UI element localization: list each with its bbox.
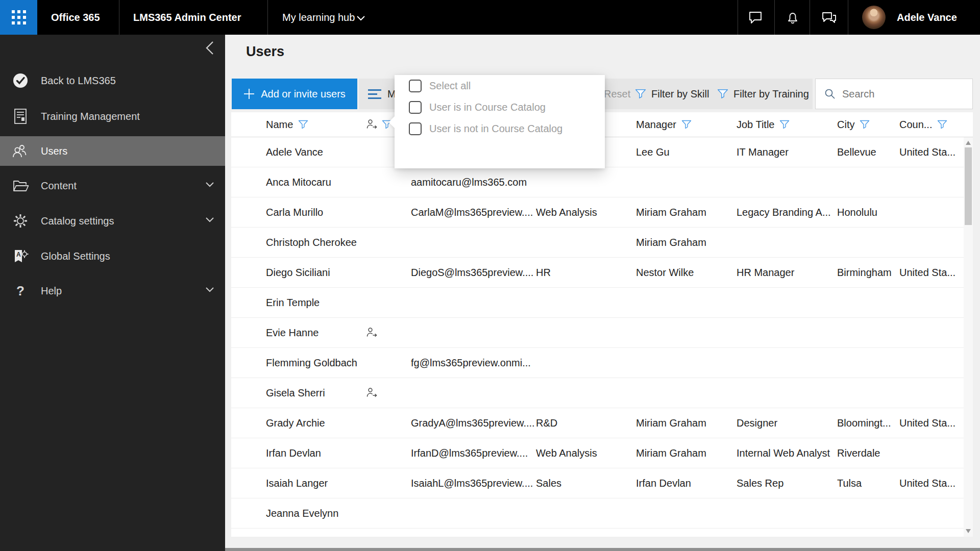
divider <box>119 0 119 35</box>
column-header-job-title[interactable]: Job Title <box>735 119 836 131</box>
chevron-down-icon <box>206 217 214 223</box>
chevron-down-icon[interactable] <box>356 15 365 21</box>
sidebar-item-catalog-settings[interactable]: Catalog settings <box>0 206 225 236</box>
plus-icon <box>243 88 255 99</box>
filter-funnel-icon <box>635 89 646 99</box>
chat-icon[interactable] <box>746 8 765 27</box>
sidebar-item-help[interactable]: ? Help <box>0 276 225 306</box>
chevron-down-icon <box>206 287 214 293</box>
brand-admin-center[interactable]: LMS365 Admin Center <box>133 0 241 35</box>
table-row[interactable]: Flemming Goldbach fg@lms365preview.onmi.… <box>231 348 973 378</box>
check-circle-icon <box>11 71 30 90</box>
table-row[interactable]: Evie Hanne <box>231 318 973 348</box>
table-row[interactable]: Anca Mitocaru aamitocaru@lms365.com <box>231 167 973 197</box>
sidebar-item-label: Catalog settings <box>41 215 114 227</box>
page-title: Users <box>246 44 284 60</box>
app-launcher-button[interactable] <box>0 0 37 35</box>
sidebar-item-users[interactable]: Users <box>0 136 225 166</box>
divider <box>774 0 775 35</box>
waffle-icon <box>12 10 26 24</box>
collapse-sidebar-icon[interactable] <box>203 40 217 56</box>
table-row[interactable]: Erin Temple <box>231 288 973 318</box>
filter-by-training-button[interactable]: Filter by Training <box>717 79 809 109</box>
gear-icon <box>11 212 30 230</box>
filter-funnel-icon[interactable] <box>298 120 308 129</box>
reset-button[interactable]: Reset <box>604 79 630 109</box>
checkbox[interactable] <box>409 101 422 114</box>
column-header-country[interactable]: Coun... <box>898 119 973 131</box>
feedback-icon[interactable] <box>820 8 838 27</box>
person-arrow-icon <box>365 387 379 398</box>
divider <box>738 0 738 35</box>
scrollbar-thumb[interactable] <box>965 147 972 225</box>
table-row[interactable]: Carla Murillo CarlaM@lms365preview....We… <box>231 197 973 228</box>
user-name[interactable]: Adele Vance <box>897 0 957 35</box>
document-lines-icon <box>11 107 30 126</box>
filter-funnel-icon[interactable] <box>681 120 692 129</box>
person-arrow-icon <box>365 119 379 130</box>
filter-by-skill-button[interactable]: Filter by Skill <box>635 79 709 109</box>
filter-option-not-in-course-catalog[interactable]: User is not in Course Catalog <box>395 118 605 139</box>
filter-funnel-icon[interactable] <box>779 120 790 129</box>
sidebar-item-global-settings[interactable]: A Global Settings <box>0 241 225 271</box>
sidebar-item-label: Training Management <box>41 111 140 122</box>
sidebar-item-label: Global Settings <box>41 251 110 262</box>
column-header-name[interactable]: Name <box>231 119 365 131</box>
filter-funnel-icon[interactable] <box>860 120 870 129</box>
brand-office365[interactable]: Office 365 <box>51 0 100 35</box>
question-mark-icon: ? <box>11 282 30 300</box>
sidebar-item-training-management[interactable]: Training Management <box>0 102 225 131</box>
folder-open-icon <box>11 177 30 195</box>
search-input[interactable] <box>842 88 965 100</box>
search-icon <box>824 88 836 100</box>
sidebar-item-label: Users <box>41 145 67 157</box>
user-avatar[interactable] <box>862 6 886 29</box>
bell-icon[interactable] <box>783 8 802 27</box>
svg-text:A: A <box>16 251 21 258</box>
table-row[interactable]: Grady Archie GradyA@lms365preview....R&D… <box>231 408 973 438</box>
search-box <box>815 79 973 109</box>
chevron-down-icon <box>206 182 214 188</box>
hub-menu[interactable]: My learning hub <box>282 0 355 35</box>
person-arrow-icon <box>365 327 379 338</box>
sidebar-item-content[interactable]: Content <box>0 171 225 201</box>
checkbox[interactable] <box>409 80 422 92</box>
scroll-down-arrow-icon[interactable] <box>966 529 971 533</box>
filter-funnel-icon <box>717 89 728 99</box>
column-header-manager[interactable]: Manager <box>634 119 735 131</box>
filter-funnel-icon[interactable] <box>937 120 947 129</box>
checkbox[interactable] <box>409 122 422 135</box>
sidebar: Back to LMS365 Training Management Users <box>0 35 225 551</box>
column-header-city[interactable]: City <box>836 119 898 131</box>
table-row[interactable]: Christoph Cherokee Miriam Graham <box>231 228 973 258</box>
table-row[interactable]: Jeanna Evelynn <box>231 498 973 529</box>
table-row[interactable]: Gisela Sherri <box>231 378 973 408</box>
sidebar-item-label: Content <box>41 180 77 192</box>
table-row[interactable]: Irfan Devlan IrfanD@lms365preview....Web… <box>231 438 973 468</box>
course-catalog-filter-dropdown: Select all User is in Course Catalog Use… <box>395 75 605 168</box>
divider <box>267 0 268 35</box>
sidebar-item-label: Help <box>41 285 62 297</box>
sidebar-item-back-to-lms365[interactable]: Back to LMS365 <box>0 66 225 95</box>
divider <box>810 0 810 35</box>
topbar: Office 365 LMS365 Admin Center My learni… <box>0 0 980 35</box>
vertical-scrollbar[interactable] <box>964 137 973 537</box>
people-icon <box>11 142 30 160</box>
users-table: Name Manager Job Title <box>231 112 973 537</box>
add-or-invite-users-button[interactable]: Add or invite users <box>232 79 357 109</box>
more-lines-icon <box>368 89 381 99</box>
table-row[interactable]: Diego Siciliani DiegoS@lms365preview....… <box>231 258 973 288</box>
divider <box>848 0 848 35</box>
filter-option-in-course-catalog[interactable]: User is in Course Catalog <box>395 96 605 118</box>
table-row[interactable]: Isaiah Langer IsaiahL@lms365preview....S… <box>231 468 973 498</box>
scroll-up-arrow-icon[interactable] <box>966 141 971 145</box>
translate-gear-icon: A <box>11 247 30 265</box>
filter-option-select-all[interactable]: Select all <box>395 75 605 96</box>
sidebar-item-label: Back to LMS365 <box>41 75 116 87</box>
